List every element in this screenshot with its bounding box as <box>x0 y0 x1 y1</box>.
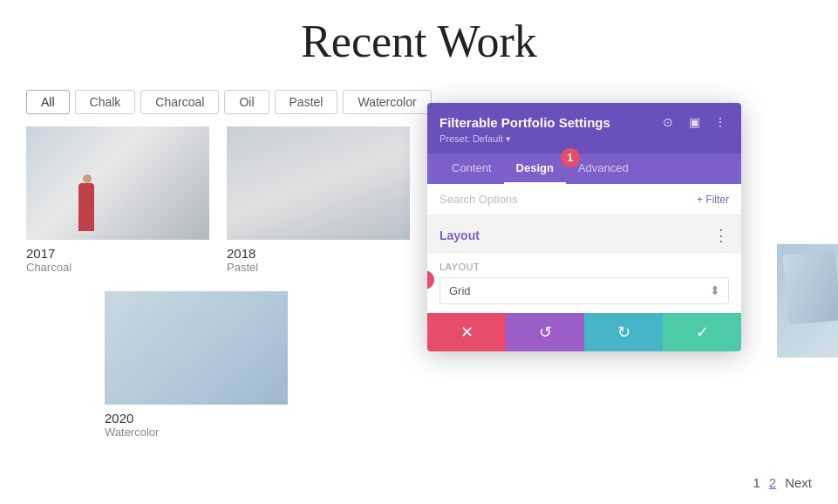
pagination: 1 2 Next <box>753 475 812 490</box>
filter-oil[interactable]: Oil <box>224 90 269 114</box>
item-label: Charcoal <box>26 261 209 274</box>
section-more-icon[interactable]: ⋮ <box>713 226 729 245</box>
tab-content[interactable]: Content <box>439 153 504 184</box>
section-header-layout: Layout ⋮ <box>427 215 741 253</box>
panel-icon-group: ⊙ ▣ ⋮ <box>659 113 729 131</box>
partial-image-right <box>777 244 838 358</box>
list-item: 2018 Pastel <box>227 126 410 274</box>
item-year: 2020 <box>105 411 288 426</box>
page-1[interactable]: 1 <box>753 475 760 490</box>
save-button[interactable]: ✓ <box>663 313 741 351</box>
panel-header: Filterable Portfolio Settings ⊙ ▣ ⋮ Pres… <box>427 103 741 184</box>
layout-field-label: Layout <box>439 262 729 272</box>
page-2[interactable]: 2 <box>769 475 776 490</box>
list-item: 2020 Watercolor <box>105 291 288 439</box>
section-title-layout: Layout <box>439 228 480 242</box>
portfolio-image-1[interactable] <box>26 126 209 240</box>
undo-button[interactable]: ↺ <box>506 313 584 351</box>
item-label: Pastel <box>227 261 410 274</box>
viewport-icon[interactable]: ⊙ <box>659 113 677 131</box>
settings-panel: Filterable Portfolio Settings ⊙ ▣ ⋮ Pres… <box>427 103 741 351</box>
search-placeholder: Search Options <box>439 193 518 206</box>
redo-button[interactable]: ↻ <box>584 313 663 351</box>
panel-preset[interactable]: Preset: Default ▾ <box>439 133 729 145</box>
delete-button[interactable]: ✕ <box>427 313 506 351</box>
panel-body: Search Options + Filter Layout ⋮ Layout … <box>427 184 741 351</box>
portfolio-image-4[interactable] <box>105 291 288 405</box>
panel-title: Filterable Portfolio Settings <box>439 115 610 130</box>
item-year: 2017 <box>26 246 209 261</box>
filter-all[interactable]: All <box>26 90 70 114</box>
item-label: Watercolor <box>105 426 288 439</box>
filter-pastel[interactable]: Pastel <box>275 90 338 114</box>
filter-watercolor[interactable]: Watercolor <box>343 90 431 114</box>
layout-select-wrapper: 2 Grid Masonry Fullwidth ⬍ <box>439 277 729 304</box>
badge-1: 1 <box>561 148 580 167</box>
action-bar: ✕ ↺ ↻ ✓ <box>427 313 741 351</box>
responsive-icon[interactable]: ▣ <box>685 113 703 131</box>
layout-select[interactable]: Grid Masonry Fullwidth <box>439 277 729 304</box>
panel-tabs: Content Design 1 Advanced <box>427 153 741 184</box>
filter-add-button[interactable]: + Filter <box>697 194 729 206</box>
filter-chalk[interactable]: Chalk <box>75 90 136 114</box>
more-icon[interactable]: ⋮ <box>712 113 729 131</box>
list-item: 2017 Charcoal <box>26 126 209 274</box>
search-bar: Search Options + Filter <box>427 184 741 215</box>
next-button[interactable]: Next <box>785 475 812 490</box>
layout-field-row: Layout 2 Grid Masonry Fullwidth ⬍ <box>427 253 741 313</box>
tab-design[interactable]: Design 1 <box>504 153 566 184</box>
page-title: Recent Work <box>0 0 838 81</box>
filter-charcoal[interactable]: Charcoal <box>140 90 219 114</box>
badge-2: 2 <box>427 270 434 289</box>
item-year: 2018 <box>227 246 410 261</box>
portfolio-image-2[interactable] <box>227 126 410 240</box>
